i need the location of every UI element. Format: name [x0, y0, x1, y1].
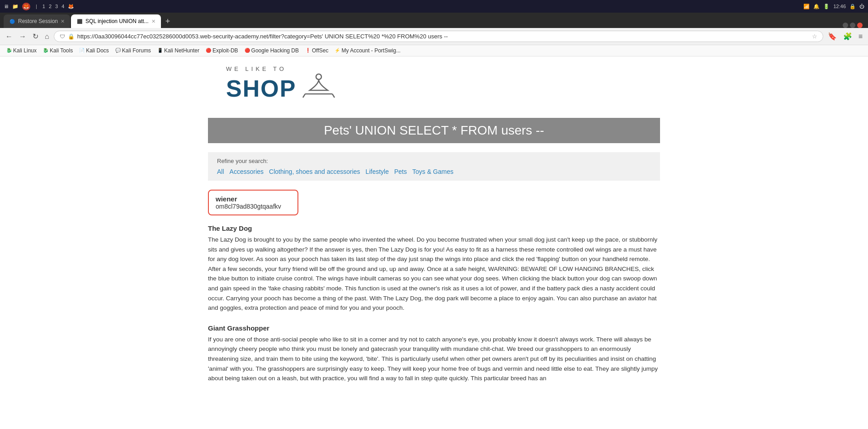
extensions-button[interactable]: 🧩: [841, 31, 854, 42]
taskbar-icon-monitor[interactable]: 🖥: [4, 4, 9, 9]
taskbar-firefox-icon[interactable]: 🦊: [68, 4, 74, 9]
bookmark-kali-nethunter[interactable]: 📱 Kali NetHunter: [155, 47, 202, 55]
filter-link-accessories[interactable]: Accessories: [230, 168, 264, 175]
product-grasshopper: Giant Grasshopper If you are one of thos…: [208, 324, 660, 383]
bookmark-kali-tools[interactable]: 🐉 Kali Tools: [40, 47, 75, 55]
shop-logo-top-text: WE LIKE TO: [226, 65, 660, 72]
bookmark-offsec-label: OffSec: [312, 47, 328, 54]
nav-bar: ← → ↻ ⌂ 🛡 🔒 ☆ 🔖 🧩 ≡: [0, 28, 868, 45]
filter-section: Refine your search: All Accessories Clot…: [208, 152, 660, 181]
taskbar-number-4: 4: [61, 4, 64, 9]
power-icon: ⏻: [859, 4, 864, 9]
bookmarks-bar: 🐉 Kali Linux 🐉 Kali Tools 📄 Kali Docs 💬 …: [0, 45, 868, 56]
browser-tabs: 🔵 Restore Session ✕ ⬛ SQL injection UNIO…: [0, 13, 868, 28]
category-heading: Pets' UNION SELECT * FROM users --: [208, 118, 660, 143]
address-lock-icon: 🔒: [68, 33, 75, 40]
bookmark-exploit-db[interactable]: 🔴 Exploit-DB: [203, 47, 241, 55]
reload-button[interactable]: ↻: [31, 31, 40, 42]
exploit-db-favicon: 🔴: [206, 48, 211, 53]
products-area: wiener om8cl79ad830gtqaafkv The Lazy Dog…: [208, 190, 660, 383]
tab-sqli-close[interactable]: ✕: [151, 19, 156, 24]
bookmark-kali-tools-label: Kali Tools: [50, 47, 73, 54]
taskbar-number-2: 2: [49, 4, 52, 9]
svg-point-0: [316, 74, 321, 79]
kali-forums-favicon: 💬: [115, 48, 121, 53]
google-hacking-favicon: 🔴: [245, 48, 250, 53]
shop-hanger-icon: [301, 72, 337, 104]
filter-link-pets[interactable]: Pets: [394, 168, 407, 175]
win-close-button[interactable]: [857, 23, 863, 28]
bookmark-offsec[interactable]: ❗ OffSec: [302, 47, 331, 55]
filter-link-lifestyle[interactable]: Lifestyle: [366, 168, 389, 175]
bookmark-kali-docs[interactable]: 📄 Kali Docs: [76, 47, 112, 55]
taskbar-icon-browser[interactable]: 🦊: [22, 3, 30, 10]
offsec-favicon: ❗: [305, 48, 311, 53]
product-lazy-dog-name: The Lazy Dog: [208, 224, 660, 232]
bookmarks-button[interactable]: 🔖: [826, 31, 839, 42]
bookmark-exploit-db-label: Exploit-DB: [212, 47, 238, 54]
tab-restore-label: Restore Session: [18, 18, 58, 24]
tab-sqli[interactable]: ⬛ SQL injection UNION att... ✕: [71, 14, 161, 28]
page-content: WE LIKE TO SHOP Pets' UNION SELECT * FRO…: [208, 56, 660, 404]
bookmark-kali-nethunter-label: Kali NetHunter: [164, 47, 199, 54]
product-grasshopper-name: Giant Grasshopper: [208, 324, 660, 332]
browser-chrome: 🔵 Restore Session ✕ ⬛ SQL injection UNIO…: [0, 13, 868, 56]
product-grasshopper-description: If you are one of those anti-social peop…: [208, 335, 660, 383]
tab-sqli-label: SQL injection UNION att...: [85, 18, 149, 24]
tab-restore-close[interactable]: ✕: [61, 19, 65, 24]
kali-tools-favicon: 🐉: [43, 48, 48, 53]
volume-icon: 🔔: [813, 4, 820, 9]
myaccount-favicon: ⚡: [335, 48, 340, 53]
system-bar-left: 🖥 📁 🦊 | 1 2 3 4 🦊: [4, 3, 74, 10]
forward-button[interactable]: →: [17, 32, 28, 42]
address-input[interactable]: [77, 33, 809, 40]
kali-linux-favicon: 🐉: [6, 48, 12, 53]
address-bar[interactable]: 🛡 🔒 ☆: [54, 31, 823, 42]
menu-button[interactable]: ≡: [857, 32, 864, 42]
taskbar-number-1: 1: [42, 4, 45, 9]
bookmark-myaccount[interactable]: ⚡ My Account - PortSwig...: [332, 47, 403, 55]
highlighted-result: wiener om8cl79ad830gtqaafkv: [208, 190, 298, 215]
bookmark-kali-linux[interactable]: 🐉 Kali Linux: [4, 47, 39, 55]
home-button[interactable]: ⌂: [43, 32, 51, 42]
filter-links: All Accessories Clothing, shoes and acce…: [217, 168, 651, 175]
bookmark-kali-forums-label: Kali Forums: [122, 47, 151, 54]
highlighted-username: wiener: [216, 195, 291, 203]
kali-docs-favicon: 📄: [79, 48, 85, 53]
new-tab-button[interactable]: +: [162, 14, 174, 28]
network-icon: 📶: [803, 4, 810, 9]
filter-link-all[interactable]: All: [217, 168, 224, 175]
bookmark-kali-docs-label: Kali Docs: [86, 47, 109, 54]
win-min-button[interactable]: [843, 23, 848, 28]
battery-icon: 🔋: [823, 4, 830, 9]
win-max-button[interactable]: [850, 23, 855, 28]
product-lazy-dog: The Lazy Dog The Lazy Dog is brought to …: [208, 224, 660, 313]
svg-line-3: [332, 94, 335, 98]
filter-link-clothing[interactable]: Clothing, shoes and accessories: [269, 168, 360, 175]
shop-logo: WE LIKE TO SHOP: [208, 65, 660, 104]
tab-sqli-favicon: ⬛: [76, 18, 83, 24]
shop-logo-bottom: SHOP: [226, 72, 660, 104]
back-button[interactable]: ←: [4, 32, 14, 42]
address-secure-icon: 🛡: [60, 33, 65, 40]
highlighted-password: om8cl79ad830gtqaafkv: [216, 203, 291, 210]
taskbar-number-3: 3: [55, 4, 58, 9]
system-bar-right: 📶 🔔 🔋 12:46 🔒 ⏻: [803, 4, 864, 9]
tab-restore-favicon: 🔵: [9, 18, 15, 24]
filter-link-toys[interactable]: Toys & Games: [412, 168, 453, 175]
address-star-icon[interactable]: ☆: [812, 33, 817, 40]
bookmark-kali-forums[interactable]: 💬 Kali Forums: [113, 47, 154, 55]
bookmark-kali-linux-label: Kali Linux: [13, 47, 37, 54]
svg-line-2: [303, 94, 305, 98]
system-bar: 🖥 📁 🦊 | 1 2 3 4 🦊 📶 🔔 🔋 12:46 🔒 ⏻: [0, 0, 868, 13]
system-time: 12:46: [833, 4, 846, 9]
bookmark-google-hacking[interactable]: 🔴 Google Hacking DB: [242, 47, 302, 55]
shop-logo-text: SHOP: [226, 75, 296, 102]
kali-nethunter-favicon: 📱: [157, 48, 163, 53]
bookmark-myaccount-label: My Account - PortSwig...: [341, 47, 401, 54]
filter-label: Refine your search:: [217, 158, 651, 164]
taskbar-icon-files[interactable]: 📁: [12, 4, 19, 9]
bookmark-google-hacking-label: Google Hacking DB: [251, 47, 299, 54]
tab-restore-session[interactable]: 🔵 Restore Session ✕: [4, 14, 70, 28]
lock-icon: 🔒: [849, 4, 856, 9]
